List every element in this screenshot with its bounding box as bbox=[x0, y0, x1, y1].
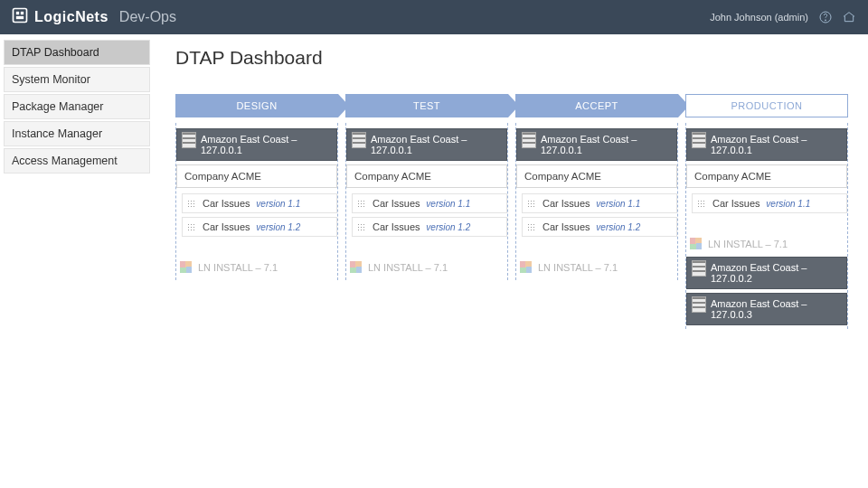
stage-header: ACCEPT bbox=[515, 94, 678, 117]
install-row[interactable]: LN INSTALL – 7.1 bbox=[176, 255, 337, 280]
instance-row[interactable]: Amazon East Coast – 127.0.0.1 bbox=[176, 128, 337, 161]
stage-body: Amazon East Coast – 127.0.0.1Company ACM… bbox=[345, 123, 508, 280]
package-row[interactable]: Car Issues version 1.1 bbox=[692, 193, 847, 213]
package-name: Car Issues bbox=[373, 198, 420, 209]
company-row[interactable]: Company ACME bbox=[516, 164, 677, 188]
stage-body: Amazon East Coast – 127.0.0.1Company ACM… bbox=[515, 123, 678, 280]
svg-rect-3 bbox=[16, 16, 24, 19]
company-row[interactable]: Company ACME bbox=[346, 164, 507, 188]
package-version: version 1.1 bbox=[254, 199, 301, 209]
drag-grip-icon[interactable] bbox=[357, 200, 365, 208]
topbar: LogicNets Dev-Ops John Johnson (admin) bbox=[0, 0, 868, 34]
drag-grip-icon[interactable] bbox=[527, 223, 535, 231]
sidebar-item-dtap-dashboard[interactable]: DTAP Dashboard bbox=[4, 40, 150, 65]
stage-header: DESIGN bbox=[175, 94, 338, 117]
sidebar-item-instance-manager[interactable]: Instance Manager bbox=[4, 121, 150, 146]
stage-header: PRODUCTION bbox=[685, 94, 848, 117]
stage-test: TESTAmazon East Coast – 127.0.0.1Company… bbox=[345, 94, 508, 329]
drag-grip-icon[interactable] bbox=[357, 223, 365, 231]
package-version: version 1.2 bbox=[594, 222, 641, 232]
package-version: version 1.1 bbox=[594, 199, 641, 209]
company-row[interactable]: Company ACME bbox=[176, 164, 337, 188]
page-title: DTAP Dashboard bbox=[175, 47, 854, 69]
sidebar-item-system-monitor[interactable]: System Monitor bbox=[4, 67, 150, 92]
svg-rect-0 bbox=[14, 9, 27, 23]
package-row[interactable]: Car Issues version 1.1 bbox=[522, 193, 677, 213]
stage-design: DESIGNAmazon East Coast – 127.0.0.1Compa… bbox=[175, 94, 338, 329]
drag-grip-icon[interactable] bbox=[187, 223, 195, 231]
package-name: Car Issues bbox=[373, 221, 420, 232]
package-name: Car Issues bbox=[542, 221, 590, 232]
help-icon[interactable] bbox=[817, 9, 834, 25]
package-row[interactable]: Car Issues version 1.1 bbox=[352, 193, 507, 213]
install-row[interactable]: LN INSTALL – 7.1 bbox=[346, 255, 507, 280]
package-row[interactable]: Car Issues version 1.1 bbox=[182, 193, 337, 213]
package-name: Car Issues bbox=[203, 198, 250, 209]
subbrand-text: Dev-Ops bbox=[119, 9, 176, 25]
package-name: Car Issues bbox=[712, 198, 760, 209]
package-row[interactable]: Car Issues version 1.2 bbox=[182, 217, 337, 237]
package-row[interactable]: Car Issues version 1.2 bbox=[522, 217, 677, 237]
package-version: version 1.1 bbox=[764, 199, 811, 209]
svg-point-5 bbox=[825, 20, 826, 21]
drag-grip-icon[interactable] bbox=[527, 200, 535, 208]
stage-production: PRODUCTIONAmazon East Coast – 127.0.0.1C… bbox=[685, 94, 848, 329]
package-version: version 1.2 bbox=[254, 222, 301, 232]
company-row[interactable]: Company ACME bbox=[686, 164, 847, 188]
instance-row[interactable]: Amazon East Coast – 127.0.0.1 bbox=[686, 128, 847, 161]
package-row[interactable]: Car Issues version 1.2 bbox=[352, 217, 507, 237]
instance-row[interactable]: Amazon East Coast – 127.0.0.3 bbox=[686, 293, 847, 325]
sidebar-item-package-manager[interactable]: Package Manager bbox=[4, 94, 150, 119]
drag-grip-icon[interactable] bbox=[697, 200, 705, 208]
package-name: Car Issues bbox=[203, 221, 250, 232]
package-name: Car Issues bbox=[542, 198, 590, 209]
package-version: version 1.2 bbox=[424, 222, 471, 232]
stage-header: TEST bbox=[345, 94, 508, 117]
stage-body: Amazon East Coast – 127.0.0.1Company ACM… bbox=[175, 123, 338, 280]
svg-rect-1 bbox=[16, 12, 19, 14]
instance-row[interactable]: Amazon East Coast – 127.0.0.2 bbox=[686, 257, 847, 289]
logo: LogicNets Dev-Ops bbox=[11, 6, 176, 28]
user-label: John Johnson (admin) bbox=[710, 12, 808, 23]
install-row[interactable]: LN INSTALL – 7.1 bbox=[516, 255, 677, 280]
main: DTAP Dashboard DESIGNAmazon East Coast –… bbox=[154, 34, 868, 488]
sidebar-item-access-management[interactable]: Access Management bbox=[4, 148, 150, 174]
home-icon[interactable] bbox=[841, 9, 857, 25]
dtap-stages: DESIGNAmazon East Coast – 127.0.0.1Compa… bbox=[175, 94, 854, 329]
instance-row[interactable]: Amazon East Coast – 127.0.0.1 bbox=[346, 128, 507, 161]
logo-icon bbox=[11, 6, 29, 28]
install-row[interactable]: LN INSTALL – 7.1 bbox=[686, 231, 847, 257]
brand-text: LogicNets bbox=[34, 9, 108, 25]
stage-body: Amazon East Coast – 127.0.0.1Company ACM… bbox=[685, 123, 848, 329]
package-version: version 1.1 bbox=[424, 199, 471, 209]
instance-row[interactable]: Amazon East Coast – 127.0.0.1 bbox=[516, 128, 677, 161]
svg-rect-2 bbox=[21, 12, 24, 14]
sidebar: DTAP DashboardSystem MonitorPackage Mana… bbox=[0, 34, 154, 488]
stage-accept: ACCEPTAmazon East Coast – 127.0.0.1Compa… bbox=[515, 94, 678, 329]
drag-grip-icon[interactable] bbox=[187, 200, 195, 208]
